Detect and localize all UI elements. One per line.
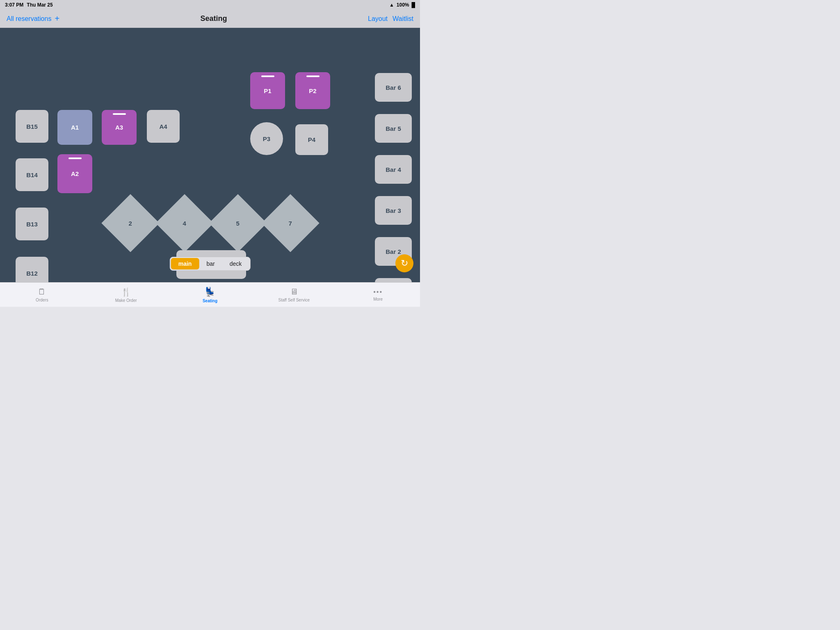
battery-icon: █: [411, 2, 415, 8]
table-A2[interactable]: A2: [57, 154, 92, 193]
floor-main-button[interactable]: main: [171, 258, 199, 269]
floor-selector: main bar deck: [170, 257, 251, 271]
table-Bar1[interactable]: Bar 1: [375, 278, 412, 282]
table-Bar5[interactable]: Bar 5: [375, 114, 412, 143]
table-B13[interactable]: B13: [16, 208, 48, 240]
occupied-indicator: [113, 113, 126, 115]
table-7[interactable]: 7: [261, 194, 319, 252]
tab-seating-label: Seating: [203, 299, 217, 303]
battery-label: 100%: [397, 2, 409, 8]
waitlist-link[interactable]: Waitlist: [393, 15, 413, 23]
all-reservations-link[interactable]: All reservations: [7, 15, 51, 23]
occupied-indicator: [261, 75, 274, 77]
tab-staff-self-service[interactable]: 🖥 Staff Self Service: [278, 287, 310, 302]
tab-more-label: More: [373, 297, 383, 301]
floor-bar-button[interactable]: bar: [199, 258, 222, 269]
wifi-icon: ▲: [389, 2, 394, 8]
table-5[interactable]: 5: [209, 194, 267, 252]
make-order-icon: 🍴: [121, 287, 131, 297]
table-P1[interactable]: P1: [250, 72, 285, 109]
table-Bar3[interactable]: Bar 3: [375, 196, 412, 225]
tab-bar: 🗒 Orders 🍴 Make Order 💺 Seating 🖥 Staff …: [0, 282, 420, 307]
tab-make-order-label: Make Order: [115, 298, 137, 303]
table-B14[interactable]: B14: [16, 158, 48, 191]
table-Bar6[interactable]: Bar 6: [375, 73, 412, 102]
table-P2[interactable]: P2: [295, 72, 330, 109]
status-date: Thu Mar 25: [27, 2, 52, 8]
table-P3[interactable]: P3: [250, 122, 283, 155]
status-time: 3:07 PM: [5, 2, 23, 8]
tab-orders[interactable]: 🗒 Orders: [25, 287, 58, 302]
table-B15[interactable]: B15: [16, 110, 48, 143]
page-title: Seating: [201, 14, 227, 23]
table-A4[interactable]: A4: [147, 110, 180, 143]
tab-seating[interactable]: 💺 Seating: [194, 287, 226, 303]
status-bar: 3:07 PM Thu Mar 25 ▲ 100% █: [0, 0, 420, 10]
table-A1[interactable]: A1: [57, 110, 92, 145]
tab-more[interactable]: ••• More: [362, 288, 395, 301]
tab-staff-self-service-label: Staff Self Service: [278, 298, 310, 302]
floor-deck-button[interactable]: deck: [222, 258, 249, 269]
tab-make-order[interactable]: 🍴 Make Order: [110, 287, 142, 303]
occupied-indicator: [68, 158, 82, 159]
table-P4[interactable]: P4: [295, 124, 328, 155]
nav-bar: All reservations + Seating Layout Waitli…: [0, 10, 420, 28]
table-B12[interactable]: B12: [16, 257, 48, 282]
refresh-button[interactable]: ↻: [395, 254, 413, 272]
refresh-icon: ↻: [401, 258, 408, 269]
occupied-indicator: [306, 75, 320, 77]
more-icon: •••: [373, 288, 383, 296]
table-4[interactable]: 4: [155, 194, 213, 252]
table-Bar4[interactable]: Bar 4: [375, 155, 412, 184]
orders-icon: 🗒: [38, 287, 46, 297]
seating-icon: 💺: [204, 287, 215, 297]
tab-orders-label: Orders: [36, 298, 48, 302]
table-A3[interactable]: A3: [102, 110, 137, 145]
table-2[interactable]: 2: [101, 194, 159, 252]
layout-link[interactable]: Layout: [368, 15, 388, 23]
staff-self-service-icon: 🖥: [290, 287, 298, 297]
seating-area: B15 A1 A3 A4 B14 A2 B13 B12 2 4 5 7: [0, 28, 420, 282]
add-reservation-button[interactable]: +: [55, 14, 59, 23]
